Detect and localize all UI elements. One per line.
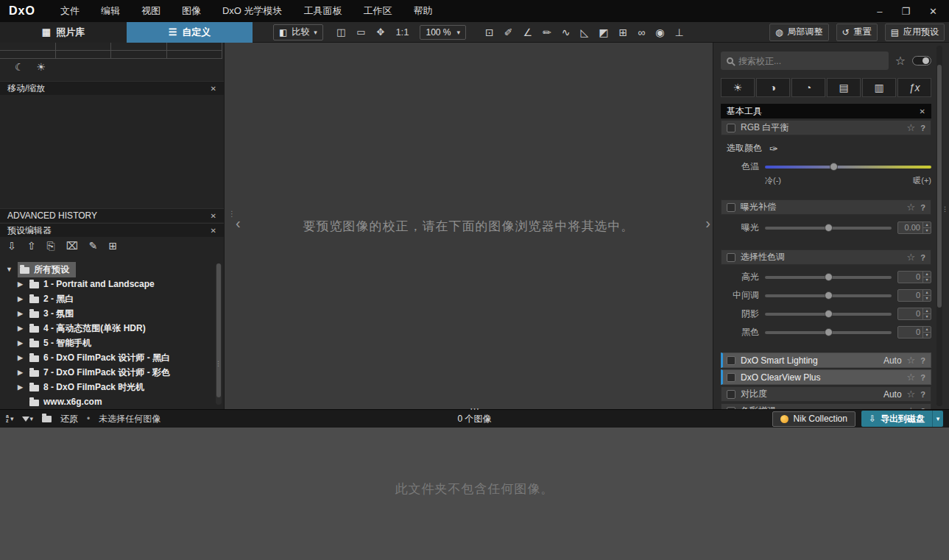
- spin-up-icon[interactable]: ▴: [923, 290, 931, 296]
- collapse-right-panel-button[interactable]: ›: [705, 216, 710, 230]
- rename-preset-icon[interactable]: ✎: [89, 240, 98, 252]
- favorite-star-icon[interactable]: ☆: [907, 355, 916, 365]
- clearview-tool-header[interactable]: DxO ClearView Plus ☆ ?: [721, 369, 931, 385]
- help-icon[interactable]: ?: [920, 253, 925, 262]
- single-view-button[interactable]: ▭: [356, 26, 365, 38]
- help-icon[interactable]: ?: [920, 390, 925, 399]
- eyedropper-icon[interactable]: ✑: [769, 143, 778, 155]
- smart-lighting-tool-header[interactable]: DxO Smart Lighting Auto ☆ ?: [721, 352, 931, 368]
- auto-mask-tool-button[interactable]: ∿: [562, 26, 571, 38]
- slider-handle[interactable]: [825, 291, 833, 300]
- show-mask-button[interactable]: ◉: [655, 26, 664, 38]
- duplicate-preset-icon[interactable]: ⎘: [46, 240, 54, 252]
- help-icon[interactable]: ?: [920, 356, 925, 365]
- spin-down-icon[interactable]: ▾: [923, 333, 931, 338]
- menu-file[interactable]: 文件: [60, 4, 80, 18]
- left-splitter-grip-icon[interactable]: ⋮: [228, 210, 236, 218]
- enable-checkbox[interactable]: [727, 390, 735, 399]
- active-corrections-toggle[interactable]: [912, 56, 931, 65]
- tab-customize[interactable]: ☰ 自定义: [127, 22, 253, 43]
- slider-handle[interactable]: [825, 224, 833, 232]
- midtones-slider[interactable]: [765, 294, 892, 297]
- tree-collapse-icon[interactable]: ▶: [18, 383, 25, 391]
- exposure-tool-header[interactable]: 曝光补偿 ☆ ?: [721, 199, 931, 215]
- slider-handle[interactable]: [825, 310, 833, 318]
- exposure-slider[interactable]: [765, 227, 892, 230]
- spin-down-icon[interactable]: ▾: [923, 314, 931, 319]
- spin-down-icon[interactable]: ▾: [923, 228, 931, 233]
- tree-collapse-icon[interactable]: ▶: [18, 369, 25, 376]
- shadows-slider[interactable]: [765, 313, 892, 316]
- close-icon[interactable]: ✕: [211, 212, 216, 220]
- tree-item-portrait-landscape[interactable]: ▶ 1 - Portrait and Landscape: [0, 277, 214, 291]
- menu-dxo-modules[interactable]: DxO 光学模块: [222, 4, 283, 18]
- menu-tool-panels[interactable]: 工具面板: [304, 4, 342, 18]
- tree-item-filmpack-time[interactable]: ▶ 8 - DxO FilmPack 时光机: [0, 380, 214, 394]
- nik-collection-button[interactable]: Nik Collection: [772, 411, 855, 427]
- close-icon[interactable]: ✕: [920, 107, 925, 116]
- right-scrollbar[interactable]: [936, 46, 942, 406]
- palette-tab-geometry[interactable]: ▤: [827, 78, 861, 97]
- reset-button[interactable]: ↺ 重置: [836, 24, 878, 41]
- collapse-left-panel-button[interactable]: ‹: [236, 216, 241, 230]
- favorite-star-icon[interactable]: ☆: [907, 123, 916, 132]
- blacks-spinner[interactable]: 0 ▴▾: [897, 326, 931, 339]
- import-preset-icon[interactable]: ⇩: [7, 240, 16, 252]
- menu-image[interactable]: 图像: [182, 4, 201, 18]
- temperature-slider[interactable]: [765, 166, 931, 169]
- shadows-spinner[interactable]: 0 ▴▾: [897, 308, 931, 320]
- straighten-tool-button[interactable]: ∠: [523, 26, 532, 38]
- white-balance-picker-button[interactable]: ✐: [504, 26, 513, 38]
- slider-handle[interactable]: [825, 273, 833, 281]
- chevron-down-icon[interactable]: ▾: [314, 29, 317, 36]
- left-scrollbar[interactable]: [216, 263, 222, 405]
- slider-handle[interactable]: [825, 328, 833, 336]
- palette-tab-effects[interactable]: ƒx: [897, 78, 931, 97]
- zoom-1to1-button[interactable]: 1:1: [395, 26, 409, 38]
- browser-splitter-grip-icon[interactable]: ⋯: [470, 404, 479, 414]
- brush-tool-button[interactable]: ✏: [543, 26, 551, 38]
- delete-preset-icon[interactable]: ⌧: [66, 240, 78, 252]
- slider-handle[interactable]: [830, 163, 838, 171]
- left-scrollbar-thumb[interactable]: [216, 263, 221, 397]
- palette-tab-detail[interactable]: ◔: [791, 78, 825, 97]
- tree-collapse-icon[interactable]: ▶: [18, 325, 25, 332]
- minimize-button[interactable]: –: [877, 6, 882, 17]
- menu-help[interactable]: 帮助: [414, 4, 433, 18]
- apply-preset-button[interactable]: ▤ 应用预设: [885, 24, 945, 41]
- spin-up-icon[interactable]: ▴: [923, 327, 931, 333]
- close-icon[interactable]: ✕: [211, 227, 216, 235]
- polygon-tool-button[interactable]: ◺: [581, 26, 589, 38]
- split-view-button[interactable]: ◫: [336, 26, 345, 38]
- chain-tool-button[interactable]: ∞: [638, 26, 645, 38]
- perspective-tool-button[interactable]: ⊞: [619, 26, 628, 38]
- favorite-star-icon[interactable]: ☆: [907, 389, 916, 399]
- menu-view[interactable]: 视图: [141, 4, 160, 18]
- zoom-level-select[interactable]: 100 % ▾: [420, 25, 466, 40]
- export-options-dropdown[interactable]: ▾: [932, 411, 943, 427]
- shadow-clipping-icon[interactable]: ☾: [15, 61, 24, 73]
- selective-tone-tool-header[interactable]: 选择性色调 ☆ ?: [721, 249, 931, 265]
- enable-checkbox[interactable]: [727, 253, 735, 262]
- help-icon[interactable]: ?: [920, 124, 925, 132]
- highlight-clipping-icon[interactable]: ☀: [37, 61, 46, 73]
- tree-expand-icon[interactable]: ▼: [6, 266, 13, 273]
- search-correction-box[interactable]: [721, 52, 889, 70]
- filter-button[interactable]: ▾: [22, 415, 33, 422]
- current-folder-icon[interactable]: [42, 416, 52, 422]
- restore-button[interactable]: 还原: [60, 413, 78, 425]
- maximize-button[interactable]: ❐: [901, 6, 910, 17]
- help-icon[interactable]: ?: [920, 373, 925, 382]
- help-icon[interactable]: ?: [920, 203, 925, 212]
- tree-collapse-icon[interactable]: ▶: [18, 339, 25, 347]
- enable-checkbox[interactable]: [727, 203, 735, 212]
- highlights-spinner[interactable]: 0 ▴▾: [897, 271, 931, 283]
- close-button[interactable]: ✕: [929, 6, 937, 17]
- highlights-slider[interactable]: [765, 276, 892, 279]
- spin-up-icon[interactable]: ▴: [923, 308, 931, 314]
- tree-item-all-presets[interactable]: ▼ 所有预设: [0, 262, 214, 277]
- tree-item-hdr[interactable]: ▶ 4 - 高动态范围(单张 HDR): [0, 321, 214, 336]
- palette-tab-watermark[interactable]: ▥: [862, 78, 896, 97]
- horizon-tool-button[interactable]: ⊥: [674, 26, 683, 38]
- menu-workspace[interactable]: 工作区: [364, 4, 392, 18]
